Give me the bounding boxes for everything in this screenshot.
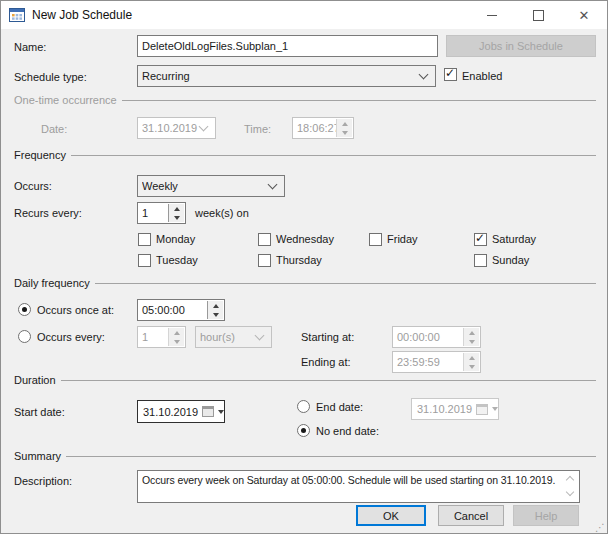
minimize-button[interactable]	[469, 1, 515, 29]
chevron-down-icon	[255, 331, 265, 341]
dropdown-arrow-icon	[492, 407, 498, 411]
one-time-group-label: One-time occurrence	[14, 94, 122, 106]
ending-at-value: 23:59:59	[397, 356, 440, 368]
name-input[interactable]: DeleteOldLogFiles.Subplan_1	[137, 35, 438, 57]
description-value: Occurs every week on Saturday at 05:00:0…	[142, 474, 555, 486]
cancel-button[interactable]: Cancel	[438, 505, 504, 526]
spinner-arrows-icon	[168, 328, 184, 346]
one-time-date-value: 31.10.2019	[142, 122, 200, 134]
chevron-down-icon	[419, 70, 429, 80]
occurs-once-label: Occurs once at:	[37, 304, 114, 316]
spinner-arrows-icon[interactable]	[168, 204, 184, 222]
close-button[interactable]: ✕	[561, 1, 607, 29]
checkbox-icon[interactable]	[138, 254, 151, 267]
calendar-icon	[202, 406, 214, 417]
daily-frequency-group-label: Daily frequency	[14, 277, 95, 289]
checkbox-icon[interactable]	[138, 233, 151, 246]
day-label: Sunday	[492, 254, 529, 266]
occurs-every-unit-value: hour(s)	[200, 331, 256, 343]
schedule-type-select[interactable]: Recurring	[137, 65, 436, 87]
checkbox-icon[interactable]	[258, 233, 271, 246]
one-time-time-value: 18:06:27	[297, 122, 340, 134]
group-divider	[122, 100, 596, 101]
occurs-once-radio[interactable]	[18, 303, 31, 316]
duration-group-header: Duration	[14, 374, 596, 386]
daily-frequency-group-header: Daily frequency	[14, 277, 596, 289]
spinner-arrows-icon	[336, 119, 352, 137]
occurs-value: Weekly	[142, 180, 269, 192]
end-date-picker: 31.10.2019	[411, 398, 499, 420]
group-divider	[61, 380, 596, 381]
checkbox-icon[interactable]	[369, 233, 382, 246]
help-button: Help	[513, 505, 579, 526]
day-checkbox-sunday[interactable]: Sunday	[474, 252, 529, 268]
schedule-type-value: Recurring	[142, 70, 420, 82]
day-checkbox-tuesday[interactable]: Tuesday	[138, 252, 198, 268]
one-time-time-spinner: 18:06:27	[292, 117, 354, 139]
day-checkbox-thursday[interactable]: Thursday	[258, 252, 322, 268]
name-input-value: DeleteOldLogFiles.Subplan_1	[142, 40, 288, 52]
weeks-on-label: week(s) on	[195, 207, 249, 219]
occurs-every-label: Occurs every:	[37, 331, 105, 343]
summary-group-header: Summary	[14, 450, 596, 462]
no-end-date-radio[interactable]	[297, 424, 310, 437]
occurs-once-time-value: 05:00:00	[142, 304, 185, 316]
checkbox-icon[interactable]	[258, 254, 271, 267]
jobs-in-schedule-button: Jobs in Schedule	[446, 35, 596, 57]
occurs-every-radio[interactable]	[18, 330, 31, 343]
start-date-label: Start date:	[14, 406, 65, 418]
occurs-once-time-spinner[interactable]: 05:00:00	[137, 299, 225, 321]
enabled-checkbox[interactable]	[444, 68, 457, 81]
resize-grip[interactable]: ⋰	[595, 523, 605, 533]
new-job-schedule-dialog: New Job Schedule ✕ Name: DeleteOldLogFil…	[0, 0, 608, 534]
ending-at-spinner: 23:59:59	[392, 351, 481, 373]
ok-button[interactable]: OK	[356, 505, 426, 526]
group-divider	[66, 456, 596, 457]
checkbox-icon[interactable]	[474, 254, 487, 267]
minimize-icon	[487, 15, 497, 16]
day-label: Thursday	[276, 254, 322, 266]
chevron-down-icon	[268, 180, 278, 190]
window-controls: ✕	[469, 1, 607, 29]
day-label: Monday	[156, 233, 195, 245]
occurs-every-unit-select: hour(s)	[195, 326, 272, 348]
scroll-down-icon[interactable]	[566, 488, 574, 496]
day-label: Friday	[387, 233, 418, 245]
ending-at-label: Ending at:	[301, 356, 351, 368]
one-time-occurrence-group-header: One-time occurrence	[14, 94, 596, 106]
group-divider	[71, 155, 596, 156]
frequency-group-header: Frequency	[14, 149, 596, 161]
occurs-select[interactable]: Weekly	[137, 175, 285, 197]
one-time-time-label: Time:	[244, 123, 271, 135]
occurs-every-interval-spinner: 1	[137, 326, 186, 348]
group-divider	[95, 283, 596, 284]
checkbox-icon[interactable]	[474, 233, 487, 246]
day-label: Wednesday	[276, 233, 334, 245]
day-checkbox-friday[interactable]: Friday	[369, 231, 418, 247]
end-date-label: End date:	[316, 401, 363, 413]
start-date-value: 31.10.2019	[143, 406, 198, 418]
start-date-picker[interactable]: 31.10.2019	[137, 400, 225, 423]
day-checkbox-saturday[interactable]: Saturday	[474, 231, 536, 247]
day-checkbox-wednesday[interactable]: Wednesday	[258, 231, 334, 247]
occurs-label: Occurs:	[14, 180, 52, 192]
schedule-calendar-icon	[9, 7, 25, 23]
scroll-up-icon[interactable]	[566, 476, 574, 484]
spinner-arrows-icon[interactable]	[207, 301, 223, 319]
description-label: Description:	[14, 475, 72, 487]
schedule-type-label: Schedule type:	[14, 71, 87, 83]
title-bar: New Job Schedule ✕	[1, 1, 607, 29]
day-label: Saturday	[492, 233, 536, 245]
enabled-label: Enabled	[462, 70, 502, 82]
maximize-button[interactable]	[515, 1, 561, 29]
description-textarea[interactable]: Occurs every week on Saturday at 05:00:0…	[137, 470, 580, 503]
summary-group-label: Summary	[14, 450, 66, 462]
spinner-arrows-icon	[463, 353, 479, 371]
window-title: New Job Schedule	[32, 8, 132, 22]
one-time-date-select: 31.10.2019	[137, 117, 216, 139]
end-date-radio[interactable]	[297, 400, 310, 413]
recurs-every-spinner[interactable]: 1	[137, 202, 186, 224]
day-checkbox-monday[interactable]: Monday	[138, 231, 195, 247]
chevron-down-icon	[199, 122, 209, 132]
days-grid: MondayTuesdayWednesdayThursdayFridaySatu…	[138, 231, 598, 271]
